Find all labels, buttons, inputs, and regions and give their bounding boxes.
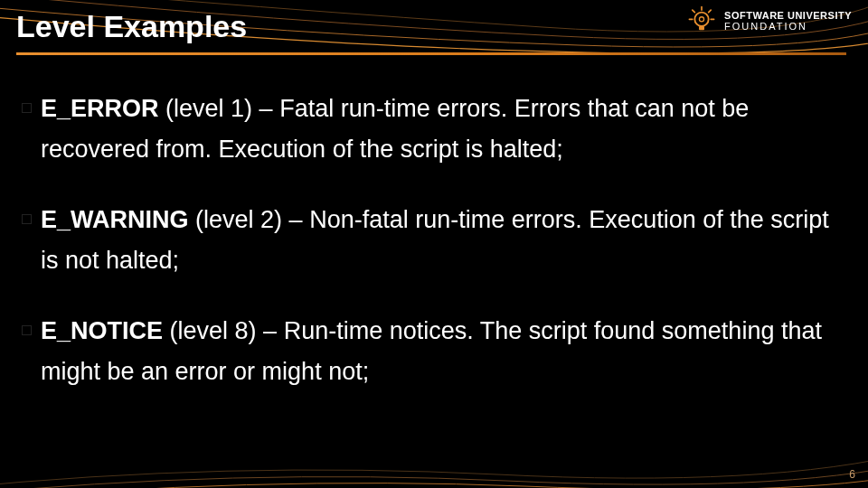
- level-label: (level 1): [165, 95, 252, 122]
- svg-point-0: [694, 13, 708, 26]
- svg-rect-1: [699, 26, 704, 30]
- separator: –: [289, 206, 303, 233]
- slide: Level Examples SOFTWARE UNIVERSITY FOUND…: [0, 0, 868, 488]
- svg-line-3: [693, 10, 695, 13]
- page-number: 6: [849, 468, 855, 481]
- title-underline: [16, 52, 846, 55]
- separator: –: [259, 95, 273, 122]
- logo-text: SOFTWARE UNIVERSITY FOUNDATION: [724, 11, 852, 32]
- logo-line-2: FOUNDATION: [724, 22, 852, 32]
- bullet-text: E_ERROR (level 1) – Fatal run-time error…: [41, 89, 846, 169]
- bullet-square-icon: [22, 214, 32, 224]
- svg-point-7: [700, 17, 704, 22]
- bullet-item: E_WARNING (level 2) – Non-fatal run-time…: [22, 200, 846, 280]
- lightbulb-gear-icon: [686, 5, 717, 36]
- bullet-text: E_WARNING (level 2) – Non-fatal run-time…: [41, 200, 846, 280]
- slide-title: Level Examples: [16, 9, 247, 44]
- bullet-list: E_ERROR (level 1) – Fatal run-time error…: [22, 89, 846, 422]
- bullet-item: E_ERROR (level 1) – Fatal run-time error…: [22, 89, 846, 169]
- logo: SOFTWARE UNIVERSITY FOUNDATION: [686, 5, 852, 36]
- level-label: (level 2): [195, 206, 282, 233]
- bullet-text: E_NOTICE (level 8) – Run-time notices. T…: [41, 311, 846, 391]
- bullet-item: E_NOTICE (level 8) – Run-time notices. T…: [22, 311, 846, 391]
- error-code: E_WARNING: [41, 206, 189, 233]
- error-code: E_NOTICE: [41, 317, 163, 344]
- logo-line-1: SOFTWARE UNIVERSITY: [724, 11, 852, 21]
- error-code: E_ERROR: [41, 95, 159, 122]
- svg-line-4: [709, 10, 712, 13]
- level-label: (level 8): [170, 317, 257, 344]
- bullet-square-icon: [22, 103, 32, 113]
- bullet-square-icon: [22, 325, 32, 335]
- separator: –: [263, 317, 277, 344]
